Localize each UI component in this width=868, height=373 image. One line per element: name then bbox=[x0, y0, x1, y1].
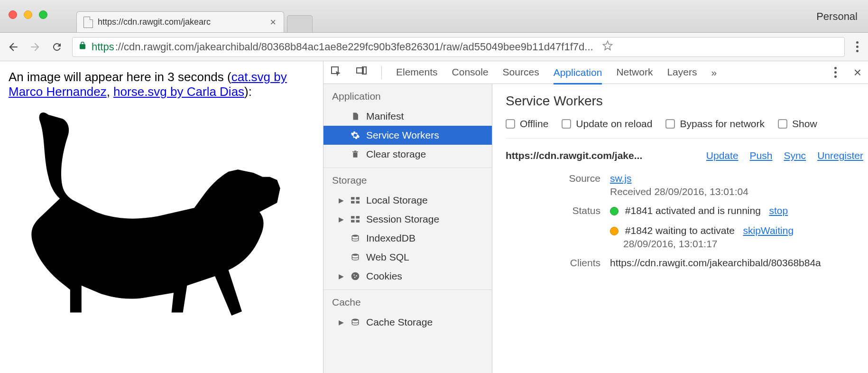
tab-application[interactable]: Application bbox=[554, 67, 602, 84]
forward-button[interactable] bbox=[28, 40, 42, 54]
caret-icon: ▶ bbox=[339, 318, 344, 326]
panel-options-row: Offline Update on reload Bypass for netw… bbox=[506, 118, 868, 139]
sidebar-section-cache: Cache bbox=[323, 289, 492, 313]
device-toolbar-icon[interactable] bbox=[356, 65, 367, 79]
devtools-menu-button[interactable] bbox=[831, 67, 840, 78]
svg-point-13 bbox=[351, 272, 360, 280]
reload-button[interactable] bbox=[50, 40, 64, 54]
sidebar-item-label: Clear storage bbox=[366, 149, 426, 160]
database-icon bbox=[350, 233, 360, 243]
sw-source-label: Source bbox=[506, 173, 600, 184]
trash-icon bbox=[350, 149, 360, 159]
page-content: An image will appear here in 3 seconds (… bbox=[0, 61, 323, 373]
sw-source-value: sw.js Received 28/09/2016, 13:01:04 bbox=[610, 173, 868, 197]
window-controls[interactable] bbox=[9, 10, 47, 19]
database-icon bbox=[350, 317, 360, 327]
tab-layers[interactable]: Layers bbox=[667, 66, 697, 79]
sidebar-item-service-workers[interactable]: Service Workers bbox=[323, 126, 492, 145]
sw-action-unregister[interactable]: Unregister bbox=[817, 150, 863, 161]
sw-action-update[interactable]: Update bbox=[706, 150, 739, 161]
panel-title: Service Workers bbox=[506, 93, 868, 109]
browser-menu-button[interactable] bbox=[853, 41, 861, 52]
caret-icon: ▶ bbox=[339, 196, 344, 204]
checkbox-offline[interactable]: Offline bbox=[506, 118, 548, 130]
sw-clients-label: Clients bbox=[506, 257, 600, 269]
svg-rect-10 bbox=[356, 220, 360, 223]
checkbox-update-on-reload[interactable]: Update on reload bbox=[562, 118, 652, 130]
sidebar-item-label: Service Workers bbox=[366, 130, 439, 141]
svg-rect-3 bbox=[351, 197, 355, 199]
sw-source-link[interactable]: sw.js bbox=[610, 173, 632, 184]
back-button[interactable] bbox=[7, 40, 20, 54]
more-tabs-icon[interactable]: » bbox=[711, 67, 717, 78]
sidebar-section-application: Application bbox=[323, 84, 492, 107]
tab-elements[interactable]: Elements bbox=[396, 66, 438, 79]
svg-point-16 bbox=[354, 277, 356, 278]
svg-rect-6 bbox=[356, 201, 360, 204]
database-icon bbox=[350, 252, 360, 262]
sw-status-label: Status bbox=[506, 205, 600, 216]
tab-sources[interactable]: Sources bbox=[503, 66, 539, 79]
svg-point-12 bbox=[352, 254, 359, 256]
minimize-window-button[interactable] bbox=[24, 10, 32, 19]
sidebar-item-label: Session Storage bbox=[366, 214, 439, 225]
maximize-window-button[interactable] bbox=[39, 10, 47, 19]
devtools-panel: Elements Console Sources Application Net… bbox=[323, 61, 868, 373]
sidebar-item-label: IndexedDB bbox=[366, 233, 416, 244]
sidebar-item-label: Cookies bbox=[366, 270, 402, 282]
link-horse-svg[interactable]: horse.svg by Carla Dias bbox=[113, 84, 244, 99]
browser-toolbar: https ://cdn.rawgit.com/jakearchibald/80… bbox=[0, 33, 868, 61]
sidebar-item-session-storage[interactable]: ▶ Session Storage bbox=[323, 210, 492, 229]
svg-rect-4 bbox=[356, 197, 360, 199]
tab-console[interactable]: Console bbox=[452, 66, 489, 79]
sidebar-item-indexeddb[interactable]: IndexedDB bbox=[323, 229, 492, 248]
sidebar-item-cache-storage[interactable]: ▶ Cache Storage bbox=[323, 313, 492, 332]
sw-action-push[interactable]: Push bbox=[750, 150, 773, 161]
bookmark-star-icon[interactable] bbox=[602, 40, 613, 54]
status-dot-green-icon bbox=[610, 207, 619, 215]
sw-action-sync[interactable]: Sync bbox=[784, 150, 806, 161]
status-dot-orange-icon bbox=[610, 227, 619, 235]
sidebar-item-websql[interactable]: Web SQL bbox=[323, 248, 492, 267]
svg-point-17 bbox=[352, 319, 359, 321]
profile-label[interactable]: Personal bbox=[816, 10, 858, 23]
checkbox-bypass-for-network[interactable]: Bypass for network bbox=[665, 118, 765, 130]
sidebar-item-label: Web SQL bbox=[366, 252, 409, 263]
checkbox-show[interactable]: Show bbox=[778, 118, 817, 130]
tab-network[interactable]: Network bbox=[616, 66, 653, 79]
svg-rect-9 bbox=[351, 220, 355, 223]
devtools-close-button[interactable]: × bbox=[854, 65, 861, 80]
gear-icon bbox=[350, 131, 360, 140]
sw-source-received: Received 28/09/2016, 13:01:04 bbox=[610, 186, 868, 197]
browser-tab-active[interactable]: https://cdn.rawgit.com/jakearc × bbox=[76, 11, 284, 32]
sw-clients-value: https://cdn.rawgit.com/jakearchibald/803… bbox=[610, 257, 868, 269]
grid-icon bbox=[350, 197, 360, 204]
svg-point-11 bbox=[352, 235, 359, 237]
sw-status-1-action[interactable]: stop bbox=[769, 205, 788, 216]
url-path: ://cdn.rawgit.com/jakearchibald/80368b84… bbox=[115, 41, 593, 53]
sw-status-2-action[interactable]: skipWaiting bbox=[743, 225, 794, 236]
sw-status-2-text: #1842 waiting to activate bbox=[625, 225, 735, 236]
file-icon bbox=[83, 17, 93, 28]
new-tab-placeholder[interactable] bbox=[287, 15, 313, 32]
svg-point-15 bbox=[356, 275, 357, 277]
sidebar-item-local-storage[interactable]: ▶ Local Storage bbox=[323, 191, 492, 210]
file-icon bbox=[350, 112, 360, 121]
sidebar-item-manifest[interactable]: Manifest bbox=[323, 107, 492, 126]
lock-icon bbox=[78, 41, 87, 53]
sidebar-item-clear-storage[interactable]: Clear storage bbox=[323, 145, 492, 164]
content-area: An image will appear here in 3 seconds (… bbox=[0, 61, 868, 373]
inspect-element-icon[interactable] bbox=[330, 65, 342, 79]
sw-origin: https://cdn.rawgit.com/jake... bbox=[506, 150, 695, 161]
sidebar-item-label: Cache Storage bbox=[366, 317, 433, 328]
sidebar-item-cookies[interactable]: ▶ Cookies bbox=[323, 267, 492, 286]
caret-icon: ▶ bbox=[339, 272, 344, 280]
close-window-button[interactable] bbox=[9, 10, 17, 19]
browser-tab-strip: https://cdn.rawgit.com/jakearc × Persona… bbox=[0, 0, 868, 33]
address-bar[interactable]: https ://cdn.rawgit.com/jakearchibald/80… bbox=[72, 37, 845, 57]
sw-details-table: Source sw.js Received 28/09/2016, 13:01:… bbox=[506, 173, 868, 269]
tab-title: https://cdn.rawgit.com/jakearc bbox=[98, 17, 211, 27]
sidebar-item-label: Local Storage bbox=[366, 195, 428, 206]
sw-status-1-text: #1841 activated and is running bbox=[625, 205, 761, 216]
close-tab-button[interactable]: × bbox=[270, 16, 276, 28]
